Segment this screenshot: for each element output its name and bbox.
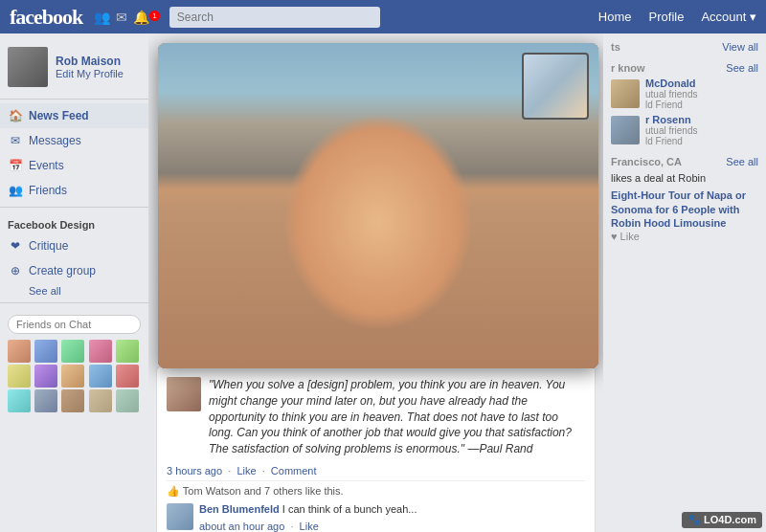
feed-comment-1: Ben Blumenfeld I can think of a bunch ye… xyxy=(167,503,585,532)
groups-section-title: Facebook Design xyxy=(0,211,148,233)
friend-requests-view-all[interactable]: View all xyxy=(722,41,758,53)
suggested-name-1[interactable]: McDonald xyxy=(645,78,697,89)
messages-nav-icon[interactable]: ✉ xyxy=(116,10,127,25)
search-wrap xyxy=(169,7,380,28)
nav-icons-group: 👥 ✉ 🔔1 xyxy=(94,10,159,25)
chat-friend-avatar-10[interactable] xyxy=(116,365,139,388)
like-summary-text: Tom Watson and 7 others like this. xyxy=(183,485,344,497)
sidebar-item-messages[interactable]: ✉ Messages xyxy=(0,128,148,153)
search-input[interactable] xyxy=(169,7,380,28)
chat-friend-avatar-14[interactable] xyxy=(89,389,112,412)
suggested-person-avatar-2[interactable] xyxy=(611,116,640,144)
main-layout: Rob Maison Edit My Profile 🏠 News Feed ✉… xyxy=(0,33,766,532)
friends-icon: 👥 xyxy=(8,183,23,198)
post-like-link[interactable]: Like xyxy=(237,465,256,477)
suggested-action-2[interactable]: ld Friend xyxy=(645,136,697,146)
right-sidebar: ts View all r know See all McDonald utua… xyxy=(603,33,766,532)
sidebar-see-all-groups[interactable]: See all xyxy=(0,283,148,299)
comment-body: I can think of a bunch yeah... xyxy=(282,503,417,515)
post-comment-link[interactable]: Comment xyxy=(271,465,317,477)
right-nav: Home Profile Account ▾ xyxy=(598,10,756,24)
local-location: Francisco, CA xyxy=(611,156,682,167)
chat-friend-avatar-6[interactable] xyxy=(8,365,31,388)
watermark-text: 🐾 LO4D.com xyxy=(687,514,756,525)
commenter-name[interactable]: Ben Blumenfeld xyxy=(199,503,280,515)
friend-requests-section: ts View all xyxy=(611,41,758,53)
friend-requests-header: ts View all xyxy=(611,41,758,53)
notifications-nav-icon[interactable]: 🔔1 xyxy=(133,10,159,25)
local-events-header: Francisco, CA See all xyxy=(611,156,758,167)
suggested-person-info-2: r Rosenn utual friends ld Friend xyxy=(645,114,697,146)
edit-profile-link[interactable]: Edit My Profile xyxy=(56,68,124,79)
chat-friend-avatar-4[interactable] xyxy=(89,340,112,363)
feed-post-header: "When you solve a [design] problem, you … xyxy=(167,377,585,457)
chat-section xyxy=(0,311,148,416)
create-group-icon: ⊕ xyxy=(8,263,23,278)
center-content: "When you solve a [design] problem, you … xyxy=(148,33,603,532)
suggested-person-avatar-1[interactable] xyxy=(611,79,640,108)
feed-area: "When you solve a [design] problem, you … xyxy=(148,359,603,532)
comment-like-link[interactable]: Like xyxy=(300,521,319,532)
friend-requests-title: ts xyxy=(611,41,620,53)
profile-name[interactable]: Rob Maison xyxy=(56,55,124,68)
sidebar-label-critique: Critique xyxy=(29,239,68,253)
people-you-know-title: r know xyxy=(611,62,644,74)
suggested-person-info-1: McDonald utual friends ld Friend xyxy=(645,78,697,110)
suggested-person-1: McDonald utual friends ld Friend xyxy=(611,78,758,110)
chat-friend-avatar-13[interactable] xyxy=(61,389,84,412)
commenter-avatar[interactable] xyxy=(167,503,193,530)
local-events-section: Francisco, CA See all likes a deal at Ro… xyxy=(611,156,758,243)
chat-friend-avatar-7[interactable] xyxy=(34,365,57,388)
chat-friend-avatar-5[interactable] xyxy=(116,340,139,363)
post-time-ago: 3 hours ago xyxy=(167,465,222,477)
home-nav-link[interactable]: Home xyxy=(598,10,632,24)
chat-friend-avatar-1[interactable] xyxy=(8,340,31,363)
feed-like-summary: 👍 Tom Watson and 7 others like this. xyxy=(167,480,585,498)
chat-friend-avatar-3[interactable] xyxy=(61,340,84,363)
feed-post-quote: "When you solve a [design] problem, you … xyxy=(209,377,585,457)
sidebar-item-friends[interactable]: 👥 Friends xyxy=(0,178,148,203)
suggested-mutual-1: utual friends xyxy=(645,89,697,100)
sidebar-item-create-group[interactable]: ⊕ Create group xyxy=(0,258,148,283)
profile-block: Rob Maison Edit My Profile xyxy=(0,41,148,93)
suggested-mutual-2: utual friends xyxy=(645,125,697,136)
sidebar-label-events: Events xyxy=(29,159,64,172)
suggested-name-2[interactable]: r Rosenn xyxy=(645,114,697,125)
people-you-know-header: r know See all xyxy=(611,62,758,74)
top-navigation-bar: facebook 👥 ✉ 🔔1 Home Profile Account ▾ xyxy=(0,0,766,33)
friends-nav-icon[interactable]: 👥 xyxy=(94,10,110,25)
comment-meta: about an hour ago · Like xyxy=(199,521,417,532)
lo4d-watermark: 🐾 LO4D.com xyxy=(682,512,762,528)
sidebar-item-critique[interactable]: ❤ Critique xyxy=(0,233,148,258)
user-avatar[interactable] xyxy=(8,47,48,87)
video-self-preview xyxy=(522,53,589,120)
suggested-action-1[interactable]: ld Friend xyxy=(645,100,697,110)
video-call-overlay[interactable] xyxy=(158,43,598,368)
chat-friend-avatar-8[interactable] xyxy=(61,365,84,388)
people-you-know-see-all[interactable]: See all xyxy=(726,62,758,74)
chat-friend-avatar-12[interactable] xyxy=(34,389,57,412)
left-sidebar: Rob Maison Edit My Profile 🏠 News Feed ✉… xyxy=(0,33,148,532)
sidebar-item-newsfeed[interactable]: 🏠 News Feed xyxy=(0,103,148,128)
profile-info: Rob Maison Edit My Profile xyxy=(56,55,124,79)
local-see-all[interactable]: See all xyxy=(726,156,758,167)
chat-search-input[interactable] xyxy=(8,315,141,334)
event-1-title[interactable]: Eight-Hour Tour of Napa or Sonoma for 6 … xyxy=(611,188,758,230)
sidebar-divider-2 xyxy=(0,207,148,208)
messages-icon: ✉ xyxy=(8,133,23,148)
chat-friend-avatar-11[interactable] xyxy=(8,389,31,412)
account-nav-link[interactable]: Account ▾ xyxy=(701,10,756,24)
post-author-avatar[interactable] xyxy=(167,377,201,411)
facebook-logo: facebook xyxy=(10,5,82,30)
event-1-likes[interactable]: ♥ Like xyxy=(611,230,758,243)
chat-friend-avatar-15[interactable] xyxy=(116,389,139,412)
local-event-teaser: likes a deal at Robin xyxy=(611,171,758,185)
sidebar-item-events[interactable]: 📅 Events xyxy=(0,153,148,178)
comment-time: about an hour ago xyxy=(199,521,284,532)
feed-comment-text: Ben Blumenfeld I can think of a bunch ye… xyxy=(199,503,417,515)
profile-nav-link[interactable]: Profile xyxy=(649,10,685,24)
feed-post-1: "When you solve a [design] problem, you … xyxy=(156,366,596,532)
local-event-1: Eight-Hour Tour of Napa or Sonoma for 6 … xyxy=(611,188,758,243)
chat-friend-avatar-2[interactable] xyxy=(34,340,57,363)
chat-friend-avatar-9[interactable] xyxy=(89,365,112,388)
